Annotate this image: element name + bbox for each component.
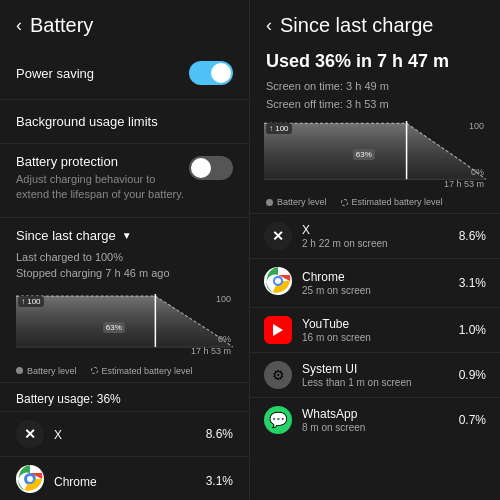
left-panel: ‹ Battery Power saving Background usage … (0, 0, 250, 500)
legend-label-2: Estimated battery level (102, 366, 193, 376)
left-app-row-chrome[interactable]: Chrome 3.1% (0, 456, 249, 501)
right-app-info-wa: WhatsApp 8 m on screen (302, 407, 449, 433)
since-charge-title: Since last charge (16, 228, 116, 243)
legend-item-2: Estimated battery level (91, 366, 193, 376)
right-app-sub-yt: 16 m on screen (302, 332, 449, 343)
background-limits-row[interactable]: Background usage limits (0, 100, 249, 144)
right-app-pct-yt: 1.0% (459, 323, 486, 337)
right-app-sub-sysui: Less than 1 m on screen (302, 377, 449, 388)
battery-protection-inner: Battery protection Adjust charging behav… (16, 154, 186, 203)
right-legend-label-1: Battery level (277, 197, 327, 207)
since-charge-sub: Last charged to 100% Stopped charging 7 … (0, 247, 249, 290)
since-charge-line1: Last charged to 100% (16, 249, 233, 266)
chart-badge-right: ↑ 100 (266, 123, 292, 134)
dropdown-arrow-icon: ▼ (122, 230, 132, 241)
power-saving-row: Power saving (0, 47, 249, 100)
right-chart: ↑ 100 63% 100 0% 17 h 53 m (264, 121, 486, 191)
chart-100-right: 100 (469, 121, 484, 131)
legend-label-1: Battery level (27, 366, 77, 376)
right-app-info-x: X 2 h 22 m on screen (302, 223, 449, 249)
battery-protection-desc: Adjust charging behaviour to extend the … (16, 172, 186, 203)
chrome-app-icon (16, 465, 44, 497)
right-app-row-chrome[interactable]: Chrome 25 m on screen 3.1% (250, 258, 500, 307)
legend-item-1: Battery level (16, 366, 77, 376)
svg-marker-7 (264, 124, 486, 180)
right-app-info-yt: YouTube 16 m on screen (302, 317, 449, 343)
right-app-row-whatsapp[interactable]: 💬 WhatsApp 8 m on screen 0.7% (250, 397, 500, 442)
left-header: ‹ Battery (0, 0, 249, 47)
right-legend-2: Estimated battery level (341, 197, 443, 207)
power-saving-toggle[interactable] (189, 61, 233, 85)
back-arrow-left[interactable]: ‹ (16, 15, 22, 36)
since-charge-header[interactable]: Since last charge ▼ (0, 218, 249, 247)
chart-time-right: 17 h 53 m (444, 179, 484, 189)
chart-0-right: 0% (471, 167, 484, 177)
right-legend-dot-2 (341, 199, 348, 206)
svg-marker-0 (16, 296, 233, 347)
right-app-info-chrome: Chrome 25 m on screen (302, 270, 449, 296)
left-legend: Battery level Estimated battery level (0, 364, 249, 382)
legend-dot-1 (16, 367, 23, 374)
right-legend-dot-1 (266, 199, 273, 206)
right-legend: Battery level Estimated battery level (250, 195, 500, 213)
right-app-name-sysui: System UI (302, 362, 449, 376)
x-app-icon: ✕ (16, 420, 44, 448)
right-title: Since last charge (280, 14, 433, 37)
whatsapp-app-icon: 💬 (264, 406, 292, 434)
app-pct-x: 8.6% (206, 427, 233, 441)
left-app-row-x[interactable]: ✕ X 8.6% (0, 411, 249, 456)
right-app-sub-chrome: 25 m on screen (302, 285, 449, 296)
battery-usage-text: Battery usage: 36% (16, 392, 121, 406)
app-info-x: X (54, 425, 196, 443)
used-text: Used 36% in 7 h 47 m (250, 47, 500, 76)
right-app-sub-x: 2 h 22 m on screen (302, 238, 449, 249)
right-app-name-yt: YouTube (302, 317, 449, 331)
right-app-name-chrome: Chrome (302, 270, 449, 284)
right-x-icon: ✕ (264, 222, 292, 250)
app-info-chrome: Chrome (54, 472, 196, 490)
right-app-row-youtube[interactable]: YouTube 16 m on screen 1.0% (250, 307, 500, 352)
left-title: Battery (30, 14, 93, 37)
right-app-name-x: X (302, 223, 449, 237)
background-limits-label: Background usage limits (16, 114, 158, 129)
svg-point-6 (27, 476, 33, 482)
right-app-row-sysui[interactable]: ⚙ System UI Less than 1 m on screen 0.9% (250, 352, 500, 397)
since-charge-line2: Stopped charging 7 h 46 m ago (16, 265, 233, 282)
battery-usage-row: Battery usage: 36% (0, 382, 249, 411)
right-app-pct-chrome: 3.1% (459, 276, 486, 290)
battery-protection-row: Battery protection Adjust charging behav… (0, 144, 249, 218)
chart-time-left: 17 h 53 m (191, 346, 231, 356)
app-name-x: X (54, 428, 62, 442)
chart-0-left: 0% (218, 334, 231, 344)
right-header: ‹ Since last charge (250, 0, 500, 47)
legend-dot-2 (91, 367, 98, 374)
right-app-pct-wa: 0.7% (459, 413, 486, 427)
back-arrow-right[interactable]: ‹ (266, 15, 272, 36)
app-name-chrome: Chrome (54, 475, 97, 489)
right-legend-label-2: Estimated battery level (352, 197, 443, 207)
screen-time-block: Screen on time: 3 h 49 m Screen off time… (250, 76, 500, 119)
battery-protection-label: Battery protection (16, 154, 186, 169)
youtube-app-icon (264, 316, 292, 344)
toggle-knob (211, 63, 231, 83)
right-app-pct-x: 8.6% (459, 229, 486, 243)
toggle-knob-2 (191, 158, 211, 178)
chart-pct-left: 63% (103, 322, 125, 333)
svg-point-12 (275, 278, 281, 284)
app-pct-chrome: 3.1% (206, 474, 233, 488)
right-app-row-x[interactable]: ✕ X 2 h 22 m on screen 8.6% (250, 213, 500, 258)
right-legend-1: Battery level (266, 197, 327, 207)
battery-protection-toggle[interactable] (189, 156, 233, 180)
right-panel: ‹ Since last charge Used 36% in 7 h 47 m… (250, 0, 500, 500)
right-app-sub-wa: 8 m on screen (302, 422, 449, 433)
screen-on-text: Screen on time: 3 h 49 m (266, 78, 484, 96)
left-chart: ↑ 100 63% 100 0% 17 h 53 m (16, 294, 233, 358)
chart-badge-left: ↑ 100 (18, 296, 44, 307)
right-chrome-icon (264, 267, 292, 299)
screen-off-text: Screen off time: 3 h 53 m (266, 96, 484, 114)
systemui-app-icon: ⚙ (264, 361, 292, 389)
chart-pct-right: 63% (353, 149, 375, 160)
power-saving-label: Power saving (16, 66, 94, 81)
right-app-pct-sysui: 0.9% (459, 368, 486, 382)
right-app-info-sysui: System UI Less than 1 m on screen (302, 362, 449, 388)
